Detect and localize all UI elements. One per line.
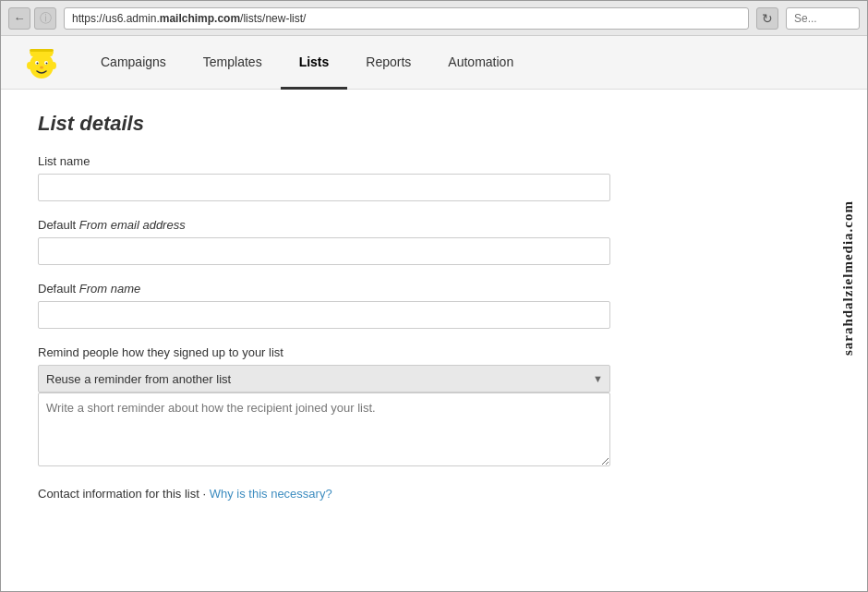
svg-rect-10: [30, 49, 54, 52]
contact-info-link[interactable]: Why is this necessary?: [210, 487, 332, 501]
browser-window: ← ⓘ https://us6.admin.mailchimp.com/list…: [0, 0, 868, 592]
url-domain: mailchimp.com: [160, 12, 240, 25]
from-name-label-prefix: Default: [38, 282, 79, 296]
contact-info-prefix: Contact information for this list: [38, 487, 199, 501]
nav-links: Campaigns Templates Lists Reports Automa…: [82, 36, 532, 89]
from-name-input[interactable]: [38, 301, 610, 329]
nav-reports[interactable]: Reports: [347, 36, 429, 90]
page-title: List details: [38, 112, 830, 136]
contact-info-label: Contact information for this list · Why …: [38, 487, 332, 501]
svg-point-7: [40, 66, 43, 68]
mailchimp-logo-svg: [22, 43, 61, 82]
svg-point-6: [46, 62, 48, 64]
browser-nav-buttons: ← ⓘ: [8, 7, 56, 30]
list-name-input[interactable]: [38, 174, 610, 201]
nav-lists[interactable]: Lists: [281, 36, 348, 90]
reminder-select-wrap: Reuse a reminder from another list ▼: [38, 365, 610, 393]
from-email-input[interactable]: [38, 237, 610, 265]
from-name-label: Default From name: [38, 282, 830, 296]
app-navbar: Campaigns Templates Lists Reports Automa…: [1, 36, 867, 90]
svg-point-2: [30, 53, 54, 79]
from-name-label-em: From name: [79, 282, 140, 296]
back-button[interactable]: ←: [8, 7, 30, 30]
from-name-group: Default From name: [38, 282, 830, 329]
reminder-group: Remind people how they signed up to your…: [38, 345, 830, 469]
nav-templates[interactable]: Templates: [185, 36, 281, 90]
svg-point-9: [51, 62, 56, 69]
watermark: sarahdalzielmedia.com: [840, 200, 856, 356]
reminder-textarea[interactable]: [38, 393, 610, 466]
nav-automation[interactable]: Automation: [429, 36, 532, 90]
main-content: List details List name Default From emai…: [1, 90, 867, 539]
from-email-label: Default From email address: [38, 218, 830, 232]
from-email-label-em: From email address: [79, 218, 186, 232]
url-path: /lists/new-list/: [240, 12, 306, 25]
from-email-group: Default From email address: [38, 218, 830, 265]
address-bar[interactable]: https://us6.admin.mailchimp.com/lists/ne…: [64, 7, 749, 30]
url-prefix: https://us6.admin.: [72, 12, 160, 25]
info-button[interactable]: ⓘ: [34, 7, 56, 30]
contact-info-group: Contact information for this list · Why …: [38, 486, 830, 501]
from-email-label-prefix: Default: [38, 218, 79, 232]
reminder-select[interactable]: Reuse a reminder from another list: [38, 365, 610, 393]
svg-point-5: [37, 62, 39, 64]
browser-search-input[interactable]: [786, 7, 860, 30]
contact-info-separator: ·: [199, 487, 210, 501]
nav-campaigns[interactable]: Campaigns: [82, 36, 185, 90]
svg-point-8: [27, 62, 32, 69]
mailchimp-logo[interactable]: [19, 41, 64, 85]
reload-button[interactable]: ↻: [756, 7, 778, 30]
list-name-group: List name: [38, 154, 830, 201]
reminder-label: Remind people how they signed up to your…: [38, 345, 830, 359]
browser-chrome: ← ⓘ https://us6.admin.mailchimp.com/list…: [1, 1, 867, 36]
list-name-label: List name: [38, 154, 830, 168]
